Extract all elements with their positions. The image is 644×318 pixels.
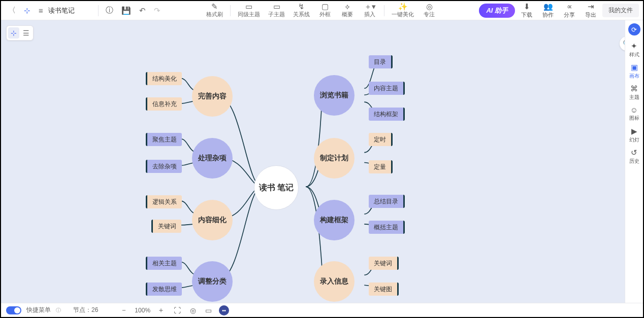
root-node[interactable]: 读书 笔记 — [254, 165, 299, 210]
sync-icon[interactable]: ⟳ — [628, 23, 640, 36]
rside-history[interactable]: ↺历史 — [626, 146, 643, 166]
save-icon[interactable]: 💾 — [118, 4, 134, 17]
rside-style[interactable]: ✦样式 — [626, 40, 643, 60]
locate-button[interactable]: ◎ — [188, 305, 198, 315]
leaf[interactable]: 关键词 — [369, 257, 399, 270]
rside-theme[interactable]: ⌘主题 — [626, 82, 643, 102]
relation-line-button[interactable]: ↯关系线 — [290, 2, 313, 19]
leaf[interactable]: 去除杂项 — [146, 160, 182, 173]
leaf[interactable]: 聚焦主题 — [146, 133, 182, 146]
ai-assistant-button[interactable]: AI 助手 — [479, 4, 515, 18]
beautify-button[interactable]: ✨一键美化 — [389, 2, 417, 19]
doc-title-input[interactable] — [48, 7, 94, 14]
outline-frame-button[interactable]: ▢外框 — [315, 2, 335, 19]
leaf[interactable]: 定量 — [369, 160, 393, 173]
export-button[interactable]: ⇥导出 — [581, 2, 600, 19]
quickmenu-label: 快捷菜单 — [26, 306, 51, 314]
insert-button[interactable]: ＋▾插入 — [360, 2, 380, 19]
rside-slide[interactable]: ▶幻灯 — [626, 125, 643, 145]
right-sidebar: ⟳ ✦样式 ▣画布 ⌘主题 ☺图标 ▶幻灯 ↺历史 — [625, 20, 643, 303]
bot-avatar-icon[interactable]: •• — [219, 305, 229, 315]
share-button[interactable]: ∝分享 — [560, 2, 579, 19]
back-icon[interactable]: 〈 — [5, 4, 19, 17]
mindmap-mode-icon[interactable]: ⊹ — [8, 27, 19, 39]
node-left-3[interactable]: 调整分类 — [192, 261, 233, 302]
rside-canvas[interactable]: ▣画布 — [626, 61, 643, 81]
summary-button[interactable]: ⟡概要 — [337, 2, 358, 19]
leaf[interactable]: 结构框架 — [369, 108, 405, 121]
collab-button[interactable]: 👥协作 — [538, 2, 558, 19]
leaf[interactable]: 内容主题 — [369, 82, 405, 95]
node-right-1[interactable]: 制定计划 — [314, 138, 355, 179]
outline-mode-icon[interactable]: ☰ — [20, 27, 31, 39]
download-button[interactable]: ⬇下载 — [517, 2, 536, 19]
mindmap-canvas[interactable]: ⊹ ☰ 🔍 ⟳ ✦样式 ▣画布 ⌘主题 ☺图标 ▶幻灯 ↺历史 — [1, 20, 643, 303]
menu-icon[interactable]: ≡ — [36, 4, 46, 17]
format-painter-button[interactable]: ✎格式刷 — [203, 2, 226, 19]
zoom-out-button[interactable]: － — [118, 305, 130, 316]
node-right-0[interactable]: 浏览书籍 — [314, 75, 355, 116]
node-right-3[interactable]: 录入信息 — [314, 261, 355, 302]
undo-icon[interactable]: ↶ — [136, 4, 149, 17]
focus-button[interactable]: ◎专注 — [419, 2, 439, 19]
zoom-level: 100% — [135, 307, 150, 314]
minimap-button[interactable]: ▭ — [203, 305, 214, 315]
node-left-1[interactable]: 处理杂项 — [192, 138, 233, 179]
leaf[interactable]: 总结目录 — [369, 195, 405, 208]
leaf[interactable]: 定时 — [369, 133, 393, 146]
zoom-in-button[interactable]: ＋ — [155, 305, 167, 316]
node-right-2[interactable]: 构建框架 — [314, 200, 355, 240]
node-left-0[interactable]: 完善内容 — [192, 76, 233, 117]
fit-screen-button[interactable]: ⛶ — [172, 305, 183, 315]
sibling-topic-button[interactable]: ▭同级主题 — [235, 2, 263, 19]
redo-icon[interactable]: ↷ — [151, 4, 164, 17]
leaf[interactable]: 关键图 — [369, 282, 399, 296]
leaf[interactable]: 概括主题 — [369, 221, 405, 234]
info-icon[interactable]: ⓘ — [103, 4, 116, 17]
leaf[interactable]: 目录 — [369, 55, 393, 68]
rside-icon[interactable]: ☺图标 — [626, 103, 643, 124]
leaf[interactable]: 信息补充 — [146, 97, 182, 111]
view-mode-toggle[interactable]: ⊹ ☰ — [6, 25, 34, 41]
leaf[interactable]: 相关主题 — [146, 257, 182, 270]
quickmenu-toggle[interactable] — [6, 306, 21, 314]
node-left-2[interactable]: 内容细化 — [192, 200, 233, 240]
leaf[interactable]: 结构美化 — [146, 72, 182, 85]
leaf[interactable]: 发散思维 — [146, 282, 182, 296]
mindmap-icon[interactable]: ⊹ — [21, 4, 34, 17]
my-files-button[interactable]: 我的文件 — [602, 4, 639, 17]
leaf[interactable]: 逻辑关系 — [146, 195, 182, 208]
leaf[interactable]: 关键词 — [151, 220, 181, 233]
nodecount-label: 节点：26 — [73, 306, 98, 314]
child-topic-button[interactable]: ▭子主题 — [265, 2, 288, 19]
